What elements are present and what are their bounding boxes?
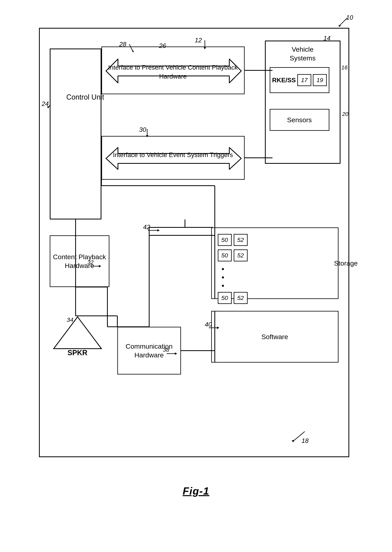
content-playback-label: Content Playback Hardware [50, 252, 109, 270]
content-playback-box: Content Playback Hardware [50, 235, 109, 287]
vehicle-systems-box: VehicleSystems 16 RKE/SS 17 19 20 Sensor… [265, 41, 341, 164]
software-label: Software [261, 332, 288, 341]
rke-num1: 17 [297, 74, 311, 86]
comm-hardware-label: Communication Hardware [118, 342, 180, 359]
svg-marker-1 [338, 25, 341, 27]
svg-marker-14 [47, 106, 49, 108]
storage-row1-num2: 52 [234, 234, 248, 246]
ref-20: 20 [342, 111, 348, 117]
control-unit-box: Control Unit [50, 48, 101, 220]
software-box: Software [211, 311, 338, 363]
svg-line-0 [339, 18, 347, 26]
control-unit-label: Control Unit [63, 93, 108, 101]
figure-label-container: Fig-1 [182, 485, 209, 497]
interface-present-label: Interface to Present Vehicle Content Pla… [108, 64, 238, 80]
storage-row2-num1: 50 [218, 249, 232, 261]
storage-label: Storage [334, 259, 357, 267]
storage-box: Storage 50 52 50 52 ••• 50 52 [211, 228, 338, 299]
svg-marker-50 [292, 440, 294, 442]
comm-hardware-box: Communication Hardware [117, 327, 181, 374]
svg-marker-48 [54, 317, 101, 349]
diagram: 10 14 [27, 12, 365, 499]
svg-line-49 [293, 432, 305, 442]
spkr-label: SPKR [67, 349, 87, 357]
storage-row3-num1: 50 [218, 292, 232, 304]
spkr-triangle-svg [52, 315, 103, 351]
main-diagram-box: 14 VehicleSystems 16 RKE/SS 17 19 20 Sen… [39, 28, 349, 457]
rke-num2: 19 [313, 74, 327, 86]
vehicle-systems-label: VehicleSystems [290, 46, 315, 62]
storage-row2-num2: 52 [234, 249, 248, 261]
svg-marker-41 [157, 229, 160, 232]
rke-ss-label: RKE/SS [272, 76, 296, 84]
storage-dots: ••• [222, 265, 332, 290]
spkr-container: SPKR [52, 315, 103, 359]
interface-triggers-box: Interface to Vehicle Event System Trigge… [101, 136, 245, 180]
interface-triggers-label: Interface to Vehicle Event System Trigge… [113, 151, 233, 159]
ref-16: 16 [341, 64, 347, 71]
interface-present-box: Interface to Present Vehicle Content Pla… [101, 47, 245, 94]
figure-label: Fig-1 [182, 485, 209, 497]
storage-row1-num1: 50 [218, 234, 232, 246]
sensors-label: Sensors [287, 116, 312, 124]
rke-ss-box: RKE/SS 17 19 [270, 67, 329, 93]
sensors-box: Sensors [270, 109, 329, 131]
storage-row3-num2: 52 [234, 292, 248, 304]
